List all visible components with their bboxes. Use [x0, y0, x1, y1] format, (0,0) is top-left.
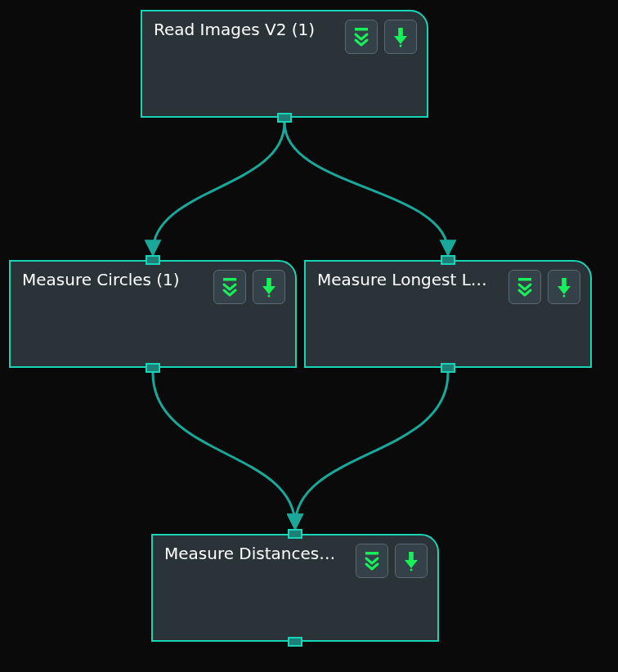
- svg-point-7: [268, 295, 271, 298]
- edge: [153, 373, 295, 526]
- expand-down-icon: [515, 276, 535, 298]
- node-title: Measure Circles (1): [22, 270, 180, 289]
- svg-rect-12: [365, 552, 378, 555]
- svg-marker-2: [394, 36, 407, 44]
- run-down-icon: [392, 26, 410, 47]
- svg-rect-0: [355, 28, 368, 31]
- expand-button[interactable]: [213, 270, 246, 304]
- svg-rect-13: [409, 552, 414, 561]
- output-port[interactable]: [146, 363, 160, 373]
- input-port[interactable]: [288, 529, 302, 539]
- node-read-images[interactable]: Read Images V2 (1): [141, 10, 428, 118]
- svg-marker-14: [405, 560, 418, 568]
- node-measure-longest[interactable]: Measure Longest L…: [304, 260, 592, 368]
- run-down-icon: [260, 276, 278, 298]
- input-port[interactable]: [146, 255, 160, 265]
- output-port[interactable]: [277, 113, 292, 123]
- output-port[interactable]: [441, 363, 455, 373]
- expand-button[interactable]: [508, 270, 541, 304]
- svg-marker-10: [558, 286, 571, 294]
- edge: [153, 123, 284, 252]
- svg-point-11: [563, 295, 566, 298]
- expand-down-icon: [362, 550, 382, 571]
- run-button[interactable]: [548, 270, 580, 304]
- node-title: Measure Distances…: [164, 544, 335, 563]
- svg-marker-6: [262, 286, 275, 294]
- svg-rect-5: [266, 278, 271, 287]
- run-down-icon: [402, 550, 420, 571]
- svg-point-15: [410, 569, 413, 571]
- run-button[interactable]: [395, 544, 428, 578]
- svg-rect-8: [518, 278, 531, 281]
- expand-down-icon: [220, 276, 240, 298]
- svg-point-3: [400, 45, 402, 47]
- edge: [295, 373, 448, 526]
- expand-button[interactable]: [345, 20, 378, 54]
- node-title: Measure Longest L…: [317, 270, 487, 289]
- run-down-icon: [555, 276, 573, 298]
- node-title: Read Images V2 (1): [154, 20, 315, 39]
- run-button[interactable]: [384, 20, 417, 54]
- input-port[interactable]: [441, 255, 455, 265]
- node-graph-canvas[interactable]: Read Images V2 (1) Measure Circles (: [0, 0, 618, 672]
- run-button[interactable]: [253, 270, 285, 304]
- svg-rect-9: [562, 278, 566, 287]
- output-port[interactable]: [288, 637, 302, 647]
- expand-button[interactable]: [356, 544, 388, 578]
- edge: [284, 123, 448, 252]
- node-measure-distances[interactable]: Measure Distances…: [151, 534, 439, 642]
- svg-rect-1: [398, 28, 403, 37]
- svg-rect-4: [223, 278, 236, 281]
- expand-down-icon: [352, 26, 371, 47]
- node-measure-circles[interactable]: Measure Circles (1): [9, 260, 297, 368]
